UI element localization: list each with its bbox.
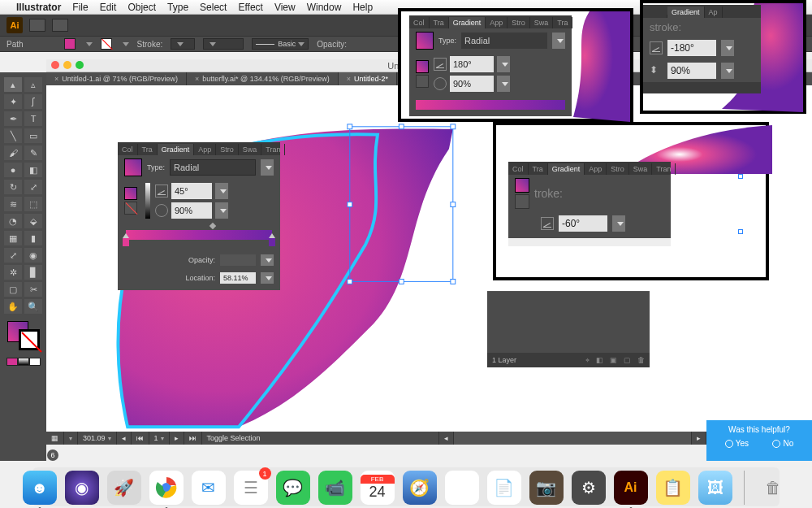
delete-layer-icon[interactable]: 🗑 xyxy=(637,356,645,365)
finder-icon[interactable]: ☻ xyxy=(23,471,57,505)
stop-opacity-field[interactable] xyxy=(220,254,256,266)
tab-gradient[interactable]: Gradient xyxy=(158,144,195,155)
tab-stroke[interactable]: Stro xyxy=(216,144,239,155)
menu-view[interactable]: View xyxy=(274,2,296,13)
angle-field[interactable]: 45° xyxy=(171,183,212,199)
messages-icon[interactable]: 💬 xyxy=(276,471,310,505)
hand-tool[interactable]: ✋ xyxy=(4,299,22,314)
fill-stroke-control[interactable] xyxy=(6,319,41,352)
rectangle-tool[interactable]: ▭ xyxy=(24,128,42,143)
launchpad-icon[interactable]: 🚀 xyxy=(107,471,141,505)
gradient-stop-left[interactable] xyxy=(123,238,129,246)
facetime-icon[interactable]: 📹 xyxy=(318,471,352,505)
dropdown-icon[interactable] xyxy=(552,33,565,49)
close-icon[interactable]: × xyxy=(195,75,199,83)
siri-icon[interactable]: ◉ xyxy=(65,471,99,505)
selection-handle[interactable] xyxy=(738,229,743,234)
stroke-target[interactable] xyxy=(124,202,137,215)
bridge-button[interactable] xyxy=(29,19,45,32)
make-clipping-mask-icon[interactable]: ◧ xyxy=(596,356,603,365)
gradient-type-select[interactable]: Radial xyxy=(170,159,256,176)
tab-gradient[interactable]: Gradient xyxy=(449,17,486,28)
menu-object[interactable]: Object xyxy=(127,2,156,13)
angle-stepper[interactable] xyxy=(721,40,734,56)
gradient-type-select[interactable]: Radial xyxy=(461,33,547,49)
free-transform-tool[interactable]: ⬚ xyxy=(24,197,42,211)
eyedropper-tool[interactable]: ⤢ xyxy=(4,248,22,263)
artboard-prev[interactable]: ◂ xyxy=(117,432,132,445)
perspective-tool[interactable]: ⬙ xyxy=(24,214,42,228)
eraser-tool[interactable]: ◧ xyxy=(24,163,42,177)
artboard-last[interactable]: ⏭ xyxy=(184,432,202,445)
gradient-mode[interactable] xyxy=(18,358,29,366)
angle-stepper[interactable] xyxy=(612,215,625,232)
fill-swatch[interactable] xyxy=(64,38,76,50)
scroll-left[interactable]: ◂ xyxy=(439,432,454,445)
tab-gradient[interactable]: Gradient xyxy=(548,163,585,175)
tab-stroke[interactable]: Stro xyxy=(508,17,530,28)
magic-wand-tool[interactable]: ✦ xyxy=(4,94,22,109)
color-mode[interactable] xyxy=(6,358,18,366)
symbol-sprayer-tool[interactable]: ✲ xyxy=(4,265,22,280)
tab-gradient[interactable]: Gradient xyxy=(667,7,705,18)
tab-appearance[interactable]: App xyxy=(194,144,216,155)
variable-width[interactable] xyxy=(203,38,244,50)
tab-appearance[interactable]: App xyxy=(486,17,508,28)
aspect-field[interactable]: 90% xyxy=(450,76,494,92)
stickies-icon[interactable]: 📋 xyxy=(656,471,690,505)
rotate-tool[interactable]: ↻ xyxy=(4,180,22,194)
scroll-right[interactable]: ▸ xyxy=(692,432,706,445)
aspect-stepper[interactable] xyxy=(215,202,228,219)
fill-target[interactable] xyxy=(515,178,529,193)
tab-swatches[interactable]: Swa xyxy=(530,17,554,28)
aspect-field[interactable]: 90% xyxy=(171,202,212,219)
arrange-button[interactable] xyxy=(52,19,68,32)
graph-tool[interactable]: ▊ xyxy=(24,265,42,280)
direct-selection-tool[interactable]: ▵ xyxy=(24,77,42,92)
tab-blank[interactable] xyxy=(643,15,667,18)
illustrator-dock-icon[interactable]: Ai xyxy=(614,471,648,505)
selection-handle[interactable] xyxy=(738,174,743,179)
aspect-stepper[interactable] xyxy=(721,63,734,79)
tab-transparency[interactable]: Tra xyxy=(529,163,548,175)
angle-field[interactable]: -180° xyxy=(667,40,716,56)
menu-edit[interactable]: Edit xyxy=(100,2,117,13)
stroke-weight[interactable] xyxy=(171,38,195,50)
gradient-panel[interactable]: Col Tra Gradient App Stro Swa Tran Type:… xyxy=(118,142,280,290)
gradient-stop-right[interactable] xyxy=(269,238,275,246)
app-menu[interactable]: Illustrator xyxy=(16,2,61,13)
gradient-tool[interactable]: ▮ xyxy=(24,231,42,245)
close-window[interactable] xyxy=(51,61,59,69)
trash-icon[interactable]: 🗑 xyxy=(756,471,790,505)
location-field[interactable]: 58.11% xyxy=(220,272,256,284)
stroke-target[interactable] xyxy=(416,75,429,88)
tab-appearance[interactable]: App xyxy=(585,163,607,175)
paintbrush-tool[interactable]: 🖌 xyxy=(4,145,22,160)
selection-tool[interactable]: ▴ xyxy=(4,77,22,92)
tab-transparency[interactable]: Tra xyxy=(138,144,158,155)
artboard-tool[interactable]: ▢ xyxy=(4,282,22,297)
width-tool[interactable]: ≋ xyxy=(4,197,22,211)
stroke-swatch[interactable] xyxy=(101,38,112,50)
tab-untitled-2[interactable]: ×Untitled-2* xyxy=(339,72,397,85)
blend-tool[interactable]: ◉ xyxy=(24,248,42,263)
shape-builder-tool[interactable]: ◔ xyxy=(4,214,22,228)
gradient-preview[interactable] xyxy=(124,158,142,176)
close-icon[interactable]: × xyxy=(54,75,58,83)
zoom-value[interactable]: 301.09▾ xyxy=(78,432,117,445)
angle-field[interactable]: -60° xyxy=(559,215,607,232)
tab-butterfly[interactable]: ×butterfly.ai* @ 134.41% (RGB/Preview) xyxy=(187,72,339,85)
gradient-preview[interactable] xyxy=(416,32,434,50)
angle-field[interactable]: 180° xyxy=(450,56,494,72)
feedback-yes[interactable]: Yes xyxy=(725,439,749,448)
aspect-stepper[interactable] xyxy=(497,76,510,92)
menu-type[interactable]: Type xyxy=(167,2,188,13)
artboard-next[interactable]: ▸ xyxy=(170,432,184,445)
photos-icon[interactable]: ❀ xyxy=(445,471,479,505)
tab-transform[interactable]: Tran xyxy=(261,144,285,155)
reminders-icon[interactable]: ☰1 xyxy=(234,471,268,505)
menu-help[interactable]: Help xyxy=(352,2,373,13)
gradient-ramp[interactable] xyxy=(416,100,565,110)
artboard-number[interactable]: 1▾ xyxy=(149,432,170,445)
tab-transparency[interactable]: Tra xyxy=(430,17,449,28)
